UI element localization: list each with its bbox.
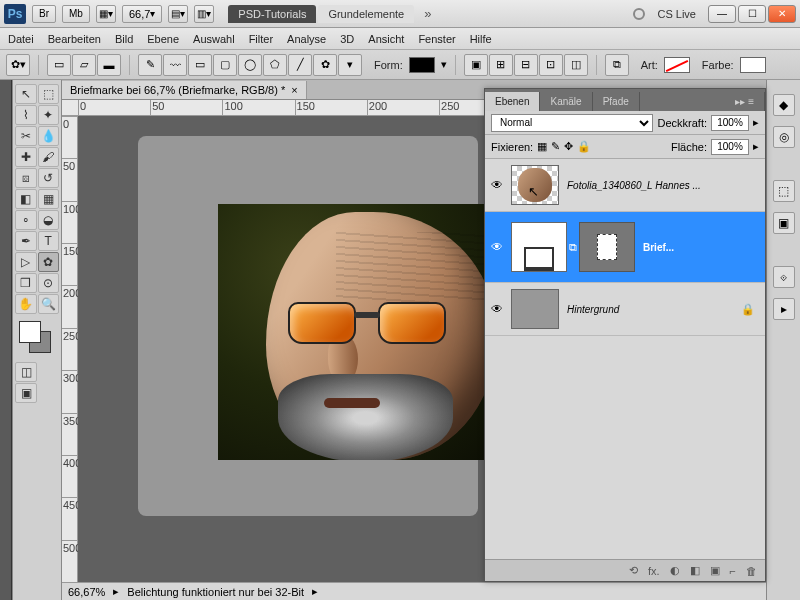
dock-history-icon[interactable]: ⟐ — [773, 266, 795, 288]
eyedropper-tool[interactable]: 💧 — [38, 126, 60, 146]
tab-pfade[interactable]: Pfade — [593, 92, 640, 111]
move-tool[interactable]: ↖ — [15, 84, 37, 104]
path-select-tool[interactable]: ▷ — [15, 252, 37, 272]
workspace-tab-light[interactable]: Grundelemente — [318, 5, 414, 23]
layer-name[interactable]: Brief... — [643, 242, 674, 253]
menu-hilfe[interactable]: Hilfe — [470, 33, 492, 45]
3d-camera-tool[interactable]: ⊙ — [38, 273, 60, 293]
menu-ansicht[interactable]: Ansicht — [368, 33, 404, 45]
combine-intersect[interactable]: ⊡ — [539, 54, 563, 76]
layer-thumb[interactable] — [511, 289, 559, 329]
path-mode-path[interactable]: ▱ — [72, 54, 96, 76]
group-icon[interactable]: ▣ — [710, 564, 720, 577]
maximize-button[interactable]: ☐ — [738, 5, 766, 23]
visibility-icon[interactable]: 👁 — [485, 240, 509, 254]
layer-thumb[interactable]: ↖ — [511, 165, 559, 205]
lock-move-icon[interactable]: ✥ — [564, 140, 573, 153]
layer-row[interactable]: 👁 Hintergrund 🔒 — [485, 283, 765, 336]
slider-icon[interactable]: ▸ — [753, 116, 759, 129]
quickmask-tool[interactable]: ◫ — [15, 362, 37, 382]
lasso-tool[interactable]: ⌇ — [15, 105, 37, 125]
art-swatch[interactable] — [664, 57, 690, 73]
dodge-tool[interactable]: ◒ — [38, 210, 60, 230]
screenmode-tool[interactable]: ▣ — [15, 383, 37, 403]
flaeche-input[interactable] — [711, 139, 749, 155]
menu-ebene[interactable]: Ebene — [147, 33, 179, 45]
dock-mask-icon[interactable]: ▣ — [773, 212, 795, 234]
combine-subtract[interactable]: ⊟ — [514, 54, 538, 76]
workspace-tab-dark[interactable]: PSD-Tutorials — [228, 5, 316, 23]
blur-tool[interactable]: ∘ — [15, 210, 37, 230]
tab-kanaele[interactable]: Kanäle — [540, 92, 592, 111]
adjustment-icon[interactable]: ◧ — [690, 564, 700, 577]
cslive-icon[interactable] — [633, 8, 645, 20]
minibridge-button[interactable]: Mb — [62, 5, 90, 23]
panel-menu-icon[interactable]: ▸▸ ≡ — [725, 92, 765, 111]
ellipse-icon[interactable]: ◯ — [238, 54, 262, 76]
rect-icon[interactable]: ▭ — [188, 54, 212, 76]
type-tool[interactable]: T — [38, 231, 60, 251]
mask-icon[interactable]: ◐ — [670, 564, 680, 577]
dock-adjust-icon[interactable]: ⬚ — [773, 180, 795, 202]
farbe-swatch[interactable] — [740, 57, 766, 73]
bridge-button[interactable]: Br — [32, 5, 56, 23]
zoom-tool[interactable]: 🔍 — [38, 294, 60, 314]
menu-analyse[interactable]: Analyse — [287, 33, 326, 45]
lock-pixels-icon[interactable]: ▦ — [537, 140, 547, 153]
menu-3d[interactable]: 3D — [340, 33, 354, 45]
extras-icon[interactable]: ▥▾ — [194, 5, 214, 23]
new-layer-icon[interactable]: ⌐ — [730, 565, 736, 577]
dock-actions-icon[interactable]: ▸ — [773, 298, 795, 320]
trash-icon[interactable]: 🗑 — [746, 565, 757, 577]
far-left-dock[interactable] — [0, 80, 12, 600]
wand-tool[interactable]: ✦ — [38, 105, 60, 125]
color-picker[interactable] — [15, 321, 59, 361]
menu-filter[interactable]: Filter — [249, 33, 273, 45]
menu-fenster[interactable]: Fenster — [418, 33, 455, 45]
roundrect-icon[interactable]: ▢ — [213, 54, 237, 76]
dock-swatches-icon[interactable]: ◎ — [773, 126, 795, 148]
stamp-tool[interactable]: ⧇ — [15, 168, 37, 188]
history-brush-tool[interactable]: ↺ — [38, 168, 60, 188]
path-mode-shape[interactable]: ▭ — [47, 54, 71, 76]
menu-auswahl[interactable]: Auswahl — [193, 33, 235, 45]
tool-preset-icon[interactable]: ✿▾ — [6, 54, 30, 76]
custom-shape-icon[interactable]: ✿ — [313, 54, 337, 76]
cslive-label[interactable]: CS Live — [657, 8, 696, 20]
shape-dropdown-icon[interactable]: ▾ — [441, 58, 447, 71]
geometry-options-icon[interactable]: ▾ — [338, 54, 362, 76]
link-icon[interactable]: ⧉ — [569, 241, 577, 254]
menu-bearbeiten[interactable]: Bearbeiten — [48, 33, 101, 45]
marquee-tool[interactable]: ⬚ — [38, 84, 60, 104]
visibility-icon[interactable]: 👁 — [485, 302, 509, 316]
more-workspaces-icon[interactable]: » — [424, 6, 431, 21]
menu-datei[interactable]: Datei — [8, 33, 34, 45]
path-mode-fill[interactable]: ▬ — [97, 54, 121, 76]
heal-tool[interactable]: ✚ — [15, 147, 37, 167]
layer-name[interactable]: Fotolia_1340860_L Hannes ... — [567, 180, 701, 191]
layer-name[interactable]: Hintergrund — [567, 304, 619, 315]
minimize-button[interactable]: — — [708, 5, 736, 23]
3d-tool[interactable]: ❒ — [15, 273, 37, 293]
document-tab[interactable]: Briefmarke bei 66,7% (Briefmarke, RGB/8)… — [62, 81, 307, 99]
link-layers-icon[interactable]: ⟲ — [629, 564, 638, 577]
shape-swatch[interactable] — [409, 57, 435, 73]
hand-tool[interactable]: ✋ — [15, 294, 37, 314]
combine-new[interactable]: ▣ — [464, 54, 488, 76]
arrange-docs-icon[interactable]: ▦▾ — [96, 5, 116, 23]
screen-mode-icon[interactable]: ▤▾ — [168, 5, 188, 23]
link-icon[interactable]: ⧉ — [605, 54, 629, 76]
eraser-tool[interactable]: ◧ — [15, 189, 37, 209]
fg-color-swatch[interactable] — [19, 321, 41, 343]
freeform-pen-icon[interactable]: 〰 — [163, 54, 187, 76]
blend-mode-select[interactable]: Normal — [491, 114, 653, 132]
slider-icon-2[interactable]: ▸ — [753, 140, 759, 153]
combine-exclude[interactable]: ◫ — [564, 54, 588, 76]
pen-tool[interactable]: ✒ — [15, 231, 37, 251]
layer-thumb[interactable] — [511, 222, 567, 272]
brush-tool[interactable]: 🖌 — [38, 147, 60, 167]
layer-mask-thumb[interactable] — [579, 222, 635, 272]
gradient-tool[interactable]: ▦ — [38, 189, 60, 209]
combine-add[interactable]: ⊞ — [489, 54, 513, 76]
zoom-select[interactable]: 66,7 ▾ — [122, 5, 162, 23]
